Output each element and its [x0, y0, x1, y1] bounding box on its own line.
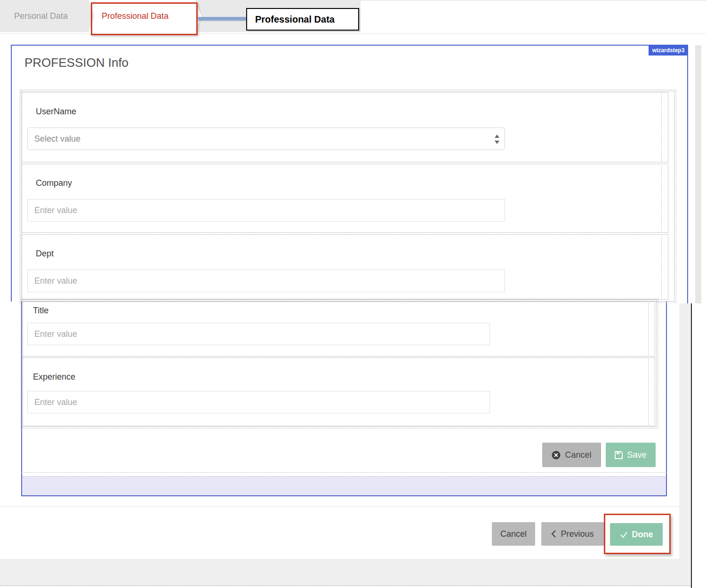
field-row-dept: Dept [22, 234, 668, 300]
cancel-button[interactable]: Cancel [542, 443, 601, 467]
tab-personal-data[interactable]: Personal Data [14, 0, 68, 32]
footer-cancel-label: Cancel [500, 529, 527, 539]
annotation-label-box: Professional Data [246, 8, 359, 31]
panel-border-right [687, 45, 688, 303]
up-down-arrows-icon[interactable] [494, 134, 500, 145]
username-label: UserName [36, 107, 76, 117]
panel-border-right-lower [666, 302, 667, 496]
scrollbar-track-lower[interactable] [679, 303, 691, 559]
annotation-red-box-done [604, 514, 671, 554]
bottom-gray-strip [0, 559, 691, 586]
field-row-title: Title [23, 302, 655, 357]
field-row-experience: Experience [23, 358, 655, 426]
username-select[interactable]: Select value [27, 127, 505, 150]
save-button[interactable]: Save [606, 443, 656, 467]
field-row-username: UserName Select value [22, 92, 668, 162]
panel-footer-strip [22, 476, 666, 495]
panel-dashed-divider [21, 472, 667, 473]
wizardstep-badge: wizardstep3 [649, 45, 688, 56]
scrollbar-track-upper[interactable] [695, 45, 701, 303]
circle-x-icon [552, 451, 561, 460]
username-select-value: Select value [34, 134, 80, 143]
panel-border-top [11, 45, 688, 46]
footer-cancel-button[interactable]: Cancel [492, 522, 535, 546]
panel-border-bottom [21, 495, 667, 496]
annotation-connector-line [198, 17, 247, 20]
cancel-button-label: Cancel [565, 450, 591, 460]
save-button-label: Save [627, 450, 646, 460]
title-input[interactable] [27, 323, 490, 345]
screenshot-edge-line [691, 303, 692, 588]
annotation-red-box-tab [91, 2, 198, 35]
panel-border-left [11, 45, 12, 302]
page: Personal Data Professional Data Professi… [0, 0, 706, 588]
title-label: Title [33, 306, 48, 316]
company-input[interactable] [27, 199, 505, 222]
floppy-icon [615, 451, 623, 459]
chevron-left-icon [551, 530, 556, 538]
field-row-company: Company [22, 164, 668, 233]
experience-label: Experience [33, 372, 75, 382]
company-label: Company [36, 178, 72, 188]
previous-button-label: Previous [561, 529, 594, 539]
experience-input[interactable] [27, 391, 490, 413]
panel-title: PROFESSION Info [24, 56, 128, 70]
dept-input[interactable] [27, 270, 505, 292]
footer-divider [0, 506, 680, 507]
dept-label: Dept [36, 249, 54, 259]
previous-button[interactable]: Previous [541, 522, 604, 546]
